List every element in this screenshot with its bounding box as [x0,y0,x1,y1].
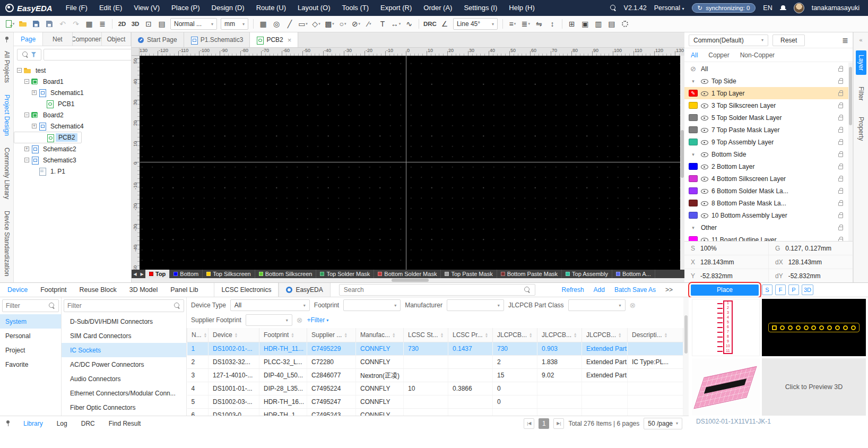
preview-3d-hint[interactable]: Click to Preview 3D [762,358,866,416]
pcb-canvas[interactable] [140,56,680,270]
category-filter-input[interactable] [67,302,172,309]
username[interactable]: tanakamasayuki [812,4,860,12]
scrollbar-thumb[interactable] [684,315,688,354]
scrollbar-thumb[interactable] [849,67,852,125]
left-rail-tab-commonly-library[interactable]: Commonly Library [3,148,11,199]
supplier-footprint-select[interactable]: ▾ [246,314,292,326]
unit-select[interactable]: mm▾ [221,18,248,30]
distribute-button[interactable]: ≣▾ [519,18,532,30]
column-header-jlcpcb[interactable]: JLCPCB...▲▼ [582,328,628,342]
new-button[interactable]: ▾ [3,18,16,30]
layer-row-6-bottom-solder-mask-la[interactable]: 6 Bottom Solder Mask La... [684,185,848,197]
unlock-icon[interactable] [838,68,843,72]
sort-icon[interactable]: ▲▼ [529,333,532,338]
table-row[interactable]: 5DS1002-03-...HDR-TH_16...C7495247CONNFL… [187,395,683,408]
polygon-tool-button[interactable]: ◇▾ [310,18,323,30]
layer-color-chip[interactable] [689,114,698,121]
menu-place-p[interactable]: Place (P) [166,0,205,16]
bottom-tab-find-result[interactable]: Find Result [109,420,141,427]
scope-favorite[interactable]: Favorite [0,357,61,372]
visibility-eye-icon[interactable] [701,200,708,206]
category-sim-card-connectors[interactable]: SIM Card Connectors [62,329,186,343]
tree-item-schematic1[interactable]: +Schematic1 [14,87,131,98]
side-button-3d[interactable]: 3D [802,285,813,295]
layer-filter-tab-copper[interactable]: Copper [708,51,729,59]
library-tab-reuse-block[interactable]: Reuse Block [80,286,117,294]
layer-row-8-bottom-paste-mask-la[interactable]: 8 Bottom Paste Mask La... [684,197,848,209]
text-tool-button[interactable]: T [376,18,389,30]
layer-row-3-top-silkscreen-layer[interactable]: 3 Top Silkscreen Layer [684,99,848,111]
flip-h-button[interactable]: ⇋ [533,18,545,30]
menu-export-r[interactable]: Export (R) [375,0,418,16]
tree-item-test[interactable]: −test [14,65,131,76]
rect-tool-button[interactable]: ▭▾ [297,18,309,30]
sort-icon[interactable]: ▲▼ [664,333,667,338]
collapse-icon[interactable]: ▾ [689,225,698,230]
layer-tab-bottom[interactable]: Bottom [170,270,203,278]
2d-button[interactable]: 2D [116,18,128,30]
strip-scroll-right-button[interactable]: ▶ [138,272,145,277]
3d-button[interactable]: 3D [129,18,142,30]
settings-button[interactable] [619,18,631,30]
sort-icon[interactable]: ▲▼ [392,333,395,338]
layer-tab-top-assembly[interactable]: Top Assembly [562,270,612,278]
menu-view-v[interactable]: View (V) [128,0,166,16]
notifications-bell-icon[interactable] [780,5,786,11]
sort-icon[interactable]: ▲▼ [235,333,238,338]
layer-filter-tab-non-copper[interactable]: Non-Copper [740,51,775,59]
table-row[interactable]: 6DS1003-0...HDR-TH_1...C7495243CONNFLY [187,408,683,416]
category-ac-dc-power-connectors[interactable]: AC/DC Power Connectors [62,357,186,372]
unlock-icon[interactable] [838,129,843,133]
layer-tab-top[interactable]: Top [145,270,170,278]
close-icon[interactable]: × [288,36,292,44]
layer-color-chip[interactable] [689,163,698,170]
menu-file-f[interactable]: File (F) [60,0,93,16]
menu-route-u[interactable]: Route (U) [250,0,292,16]
footprint-select[interactable]: ▾ [343,299,401,311]
column-header-supplier[interactable]: Supplier ...▲▼ [307,328,356,342]
visibility-eye-icon[interactable] [701,77,708,84]
layer-color-chip[interactable] [689,126,698,133]
layer-color-chip[interactable] [689,212,698,219]
left-rail-tab-device-standardization[interactable]: Device Standardization [3,211,11,276]
last-page-button[interactable]: ▶| [553,418,564,429]
add-button[interactable]: Add [594,286,605,294]
refresh-button[interactable]: Refresh [562,286,584,294]
first-page-button[interactable]: |◀ [524,418,534,429]
layer-list-scrollbar[interactable] [848,63,853,241]
source-tab-lcsc-electronics[interactable]: LCSC Electronics [214,283,279,297]
category-ic-sockets[interactable]: IC Sockets [62,343,186,357]
batch-save-as-button[interactable]: Batch Save As [614,286,656,294]
unlock-icon[interactable] [838,202,843,206]
visibility-eye-icon[interactable] [701,187,708,194]
line-tool-button[interactable]: ∕▾ [363,18,376,30]
left-rail-tab-all-projects[interactable]: All Projects [3,51,11,83]
tree-item-schematic2[interactable]: +Schematic2 [14,143,131,154]
unlock-icon[interactable] [838,92,843,96]
per-page-select[interactable]: 50 /page▾ [644,418,682,429]
layer-color-chip[interactable] [689,102,698,109]
layer-color-chip[interactable] [689,139,698,145]
layer-config-icon[interactable]: ≣ [842,36,848,45]
menu-order-a[interactable]: Order (A) [418,0,458,16]
pin-icon[interactable] [4,37,10,42]
layer-preset-select[interactable]: Common(Default)▾ [689,35,768,46]
scope-personal[interactable]: Personal [0,329,61,343]
table-row[interactable]: 3127-1-4010-...DIP-40_L50...C2846077Next… [187,368,683,382]
side-button-p[interactable]: P [788,285,799,295]
scrollbar-thumb[interactable] [681,130,684,178]
source-tab-easyeda[interactable]: EasyEDA [279,283,330,297]
canvas-horizontal-scrollbar[interactable] [132,278,684,282]
strip-scroll-left-button[interactable]: ◀ [132,272,138,277]
undo-button[interactable]: ↶ [56,18,69,30]
canvas-vertical-scrollbar[interactable] [680,56,684,270]
layer-row-11-board-outline-layer[interactable]: 11 Board Outline Layer [684,234,848,241]
symbol-preview[interactable]: 1234567891011 [692,299,760,356]
unlock-icon[interactable] [838,80,843,84]
collapse-icon[interactable]: ▾ [689,79,698,84]
zoom-select-button[interactable]: ⊡ [142,18,155,30]
library-button[interactable]: ▥ [592,18,605,30]
connection-tool-button[interactable]: ∿ [403,18,415,30]
visibility-eye-icon[interactable] [701,163,708,170]
track-tool-button[interactable]: ╱ [283,18,296,30]
